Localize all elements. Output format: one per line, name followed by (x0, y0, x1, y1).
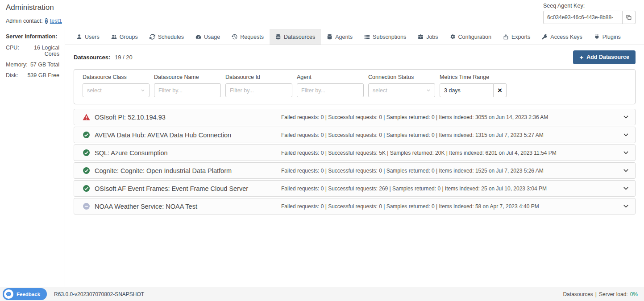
feedback-label: Feedback (17, 292, 40, 297)
datasource-title: SQL: Azure Consumption (95, 149, 168, 157)
filter-label: Agent (297, 74, 364, 80)
tab-label: Agents (335, 34, 353, 40)
datasource-row[interactable]: NOAA Weather Service: NOAA TestFailed re… (74, 198, 636, 214)
server-info-label: Memory: (6, 62, 28, 68)
add-datasource-button[interactable]: Add Datasource (573, 50, 636, 64)
warning-status-icon (83, 113, 90, 121)
datasource-row[interactable]: AVEVA Data Hub: AVEVA Data Hub Connectio… (74, 127, 636, 143)
datasources-count: Datasources: 19 / 20 (74, 54, 133, 61)
filter-metrics-time-range-input[interactable] (440, 83, 494, 97)
tab-label: Exports (511, 34, 530, 40)
tab-plugins[interactable]: Plugins (588, 29, 627, 45)
expand-chevron-button[interactable] (623, 149, 629, 156)
tab-users[interactable]: Users (71, 29, 105, 45)
filter-datasource-class-select[interactable]: select (83, 83, 150, 97)
expand-chevron-button[interactable] (623, 132, 629, 138)
server-load-value: 0% (630, 291, 638, 297)
filter-group-datasource-class: Datasource Classselect (83, 74, 150, 97)
datasource-title: OSIsoft PI: 52.10.194.93 (95, 114, 166, 121)
expand-chevron-button[interactable] (623, 167, 629, 174)
tab-label: Jobs (426, 34, 438, 40)
server-load-label: Server load: (599, 291, 628, 297)
filter-datasource-name-input[interactable] (154, 83, 221, 97)
filter-group-datasource-id: Datasource Id (225, 74, 292, 97)
tab-groups[interactable]: Groups (105, 29, 144, 45)
agent-key-input[interactable] (543, 11, 623, 24)
filter-panel: Datasource ClassselectDatasource NameDat… (74, 69, 636, 104)
agent-key-label: Seeq Agent Key: (543, 3, 636, 9)
datasource-metrics: Failed requests: 0 | Successful requests… (281, 132, 544, 138)
filter-agent-input[interactable] (297, 83, 364, 97)
select-placeholder: select (87, 87, 102, 94)
datasource-row[interactable]: SQL: Azure ConsumptionFailed requests: 0… (74, 144, 636, 161)
server-info-label: CPU: (6, 45, 19, 57)
server-info-row: Memory:57 GB Total (6, 62, 59, 68)
help-icon[interactable] (45, 18, 48, 24)
filter-label: Connection Status (368, 74, 435, 80)
tab-configuration[interactable]: Configuration (444, 29, 497, 45)
server-info: Server Information: CPU:16 Logical Cores… (6, 33, 59, 78)
disabled-status-icon (83, 202, 90, 210)
datasource-title: OSIsoft AF Event Frames: Event Frame Clo… (95, 185, 248, 192)
tab-label: Usage (204, 34, 220, 40)
datasource-row[interactable]: Cognite: Cognite: Open Industrial Data P… (74, 162, 636, 179)
tab-schedules[interactable]: Schedules (144, 29, 190, 45)
tab-label: Access Keys (550, 34, 582, 40)
datasource-row[interactable]: OSIsoft PI: 52.10.194.93Failed requests:… (74, 109, 636, 125)
filter-connection-status-select[interactable]: select (368, 83, 435, 97)
datasource-metrics: Failed requests: 0 | Successful requests… (281, 168, 544, 174)
filter-label: Datasource Id (225, 74, 292, 80)
users-icon (111, 34, 117, 40)
datasource-metrics: Failed requests: 0 | Successful requests… (281, 186, 547, 192)
tab-exports[interactable]: Exports (497, 29, 536, 45)
tab-label: Schedules (158, 34, 184, 40)
expand-chevron-button[interactable] (623, 185, 629, 192)
tab-agents[interactable]: Agents (321, 29, 358, 45)
footer-context: Datasources (563, 291, 593, 297)
tab-datasources[interactable]: Datasources (270, 29, 321, 45)
datasources-count-value: 19 / 20 (115, 54, 133, 61)
datasource-list: OSIsoft PI: 52.10.194.93Failed requests:… (74, 109, 636, 214)
tab-usage[interactable]: Usage (190, 29, 226, 45)
server-info-row: Disk:539 GB Free (6, 72, 59, 78)
tab-bar: UsersGroupsSchedulesUsageRequestsDatasou… (65, 29, 644, 45)
version-text: R63.0.0-v202307070802-SNAPSHOT (54, 291, 144, 297)
feedback-button[interactable]: Feedback (3, 288, 47, 300)
filter-label: Datasource Name (154, 74, 221, 80)
filter-label: Datasource Class (83, 74, 150, 80)
filter-group-datasource-name: Datasource Name (154, 74, 221, 97)
plus-icon (579, 54, 583, 61)
server-info-label: Disk: (6, 72, 18, 78)
tab-access-keys[interactable]: Access Keys (536, 29, 588, 45)
filter-label: Metrics Time Range (440, 74, 507, 80)
user-icon (76, 34, 82, 40)
tab-requests[interactable]: Requests (226, 29, 270, 45)
datasource-row[interactable]: OSIsoft AF Event Frames: Event Frame Clo… (74, 180, 636, 197)
tab-jobs[interactable]: Jobs (412, 29, 444, 45)
briefcase-icon (418, 34, 424, 40)
footer-bar: Feedback R63.0.0-v202307070802-SNAPSHOT … (0, 287, 644, 301)
tachometer-icon (195, 34, 201, 40)
main-area: Seeq Agent Key: UsersGroupsSchedulesUsag… (65, 0, 644, 287)
copy-agent-key-button[interactable] (623, 11, 636, 24)
filter-group-agent: Agent (297, 74, 364, 97)
tab-subscriptions[interactable]: Subscriptions (358, 29, 412, 45)
key-icon (542, 34, 548, 40)
admin-contact-link[interactable]: test1 (50, 18, 62, 24)
sync-icon (150, 34, 155, 40)
filter-datasource-id-input[interactable] (225, 83, 292, 97)
datasources-content: Datasources: 19 / 20 Add Datasource Data… (65, 45, 644, 287)
tab-label: Datasources (284, 34, 315, 40)
server-icon (327, 34, 332, 40)
datasource-metrics: Failed requests: 0 | Successful requests… (281, 203, 539, 210)
agent-key-block: Seeq Agent Key: (543, 3, 636, 24)
expand-chevron-button[interactable] (623, 114, 629, 120)
datasource-title: NOAA Weather Service: NOAA Test (95, 203, 197, 210)
datasource-metrics: Failed requests: 0 | Successful requests… (281, 150, 557, 156)
tab-label: Requests (240, 34, 264, 40)
clear-metrics-time-range-button[interactable] (494, 83, 507, 97)
export-icon (503, 34, 509, 40)
list-icon (364, 34, 370, 40)
admin-sidebar: Administration Admin contact: test1 Serv… (0, 0, 65, 287)
expand-chevron-button[interactable] (623, 203, 629, 210)
